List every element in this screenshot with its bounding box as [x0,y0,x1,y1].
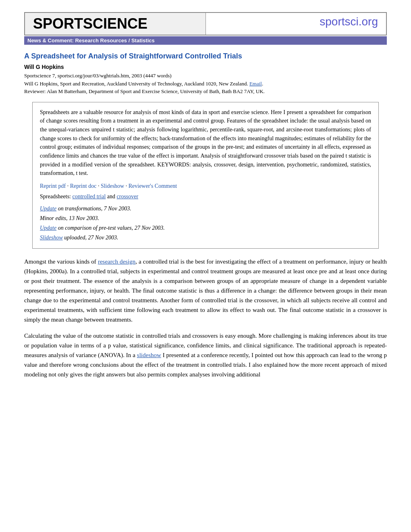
article-title: A Spreadsheet for Analysis of Straightfo… [24,52,387,60]
minor-edits: Minor edits, 13 Nov 2003. [40,215,99,221]
email-link[interactable]: Email [249,81,262,87]
site-url-link[interactable]: sportsci.org [206,12,387,35]
abstract-text: Spreadsheets are a valuable resource for… [40,108,371,178]
and-label: and [107,193,117,200]
slideshow-body-link[interactable]: slideshow [137,352,161,358]
reviewer: Reviewer: Alan M Batterham, Department o… [24,88,265,94]
body-paragraph-1: Amongst the various kinds of research de… [24,257,387,324]
site-header: SPORTSCIENCE sportsci.org [24,12,387,35]
body-paragraph-2: Calculating the value of the outcome sta… [24,331,387,379]
meta-info: Sportscience 7, sportsci.org/jour/03/wgh… [24,72,387,96]
abstract-updates: Update on transformations, 7 Nov 2003. M… [40,204,371,242]
site-title: SPORTSCIENCE [24,12,206,35]
update-link-1[interactable]: Update [40,206,56,212]
slideshow-upload-link[interactable]: Slideshow [40,235,63,241]
research-design-link[interactable]: research design [98,258,135,265]
controlled-trial-link[interactable]: controlled trial [72,193,106,200]
reviewers-comment-link[interactable]: Reviewer's Comment [129,183,177,189]
slideshow-link[interactable]: Slideshow [101,183,124,189]
reprint-doc-link[interactable]: Reprint doc [70,183,97,189]
abstract-links: Reprint pdf · Reprint doc · Slideshow · … [40,182,371,191]
section-bar: News & Comment: Research Resources / Sta… [24,36,387,45]
crossover-link[interactable]: crossover [117,193,139,200]
abstract-spreadsheets: Spreadsheets: controlled trial and cross… [40,192,371,201]
abstract-box: Spreadsheets are a valuable resource for… [32,102,379,249]
affiliation: Will G Hopkins, Sport and Recreation, Au… [24,81,248,87]
update-link-2[interactable]: Update [40,225,56,231]
spreadsheets-label: Spreadsheets: [40,193,71,200]
reprint-pdf-link[interactable]: Reprint pdf [40,183,66,189]
citation: Sportscience 7, sportsci.org/jour/03/wgh… [24,73,172,79]
author-name: Will G Hopkins [24,64,387,70]
